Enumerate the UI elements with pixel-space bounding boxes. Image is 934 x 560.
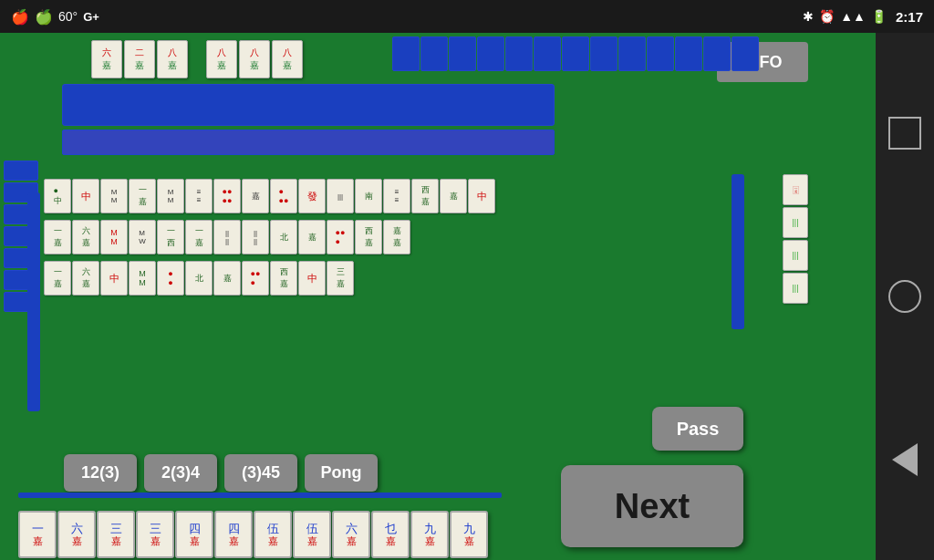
field-row-3: 一嘉 六嘉 中 MM ●● 北 嘉 ●●● 西嘉 中 三嘉 bbox=[44, 261, 354, 296]
field-tile[interactable]: 嘉 bbox=[242, 179, 269, 213]
field-row-2: 一嘉 六嘉 MM MW 一西 一嘉 |||| |||| 北 嘉 ●●● 西嘉 嘉… bbox=[44, 220, 410, 254]
field-row-1: ●中 中 MM 一嘉 MM ≡≡ ●●●● 嘉 ●●● 發 ||| 南 ≡≡ 西… bbox=[44, 179, 495, 213]
facedown-tile bbox=[505, 36, 533, 71]
status-bar: 🍎 🍏 60° G+ ✱ ⏰ ▲▲ 🔋 2:17 bbox=[0, 0, 934, 33]
player-tile[interactable]: 乜嘉 bbox=[371, 511, 410, 558]
tile[interactable]: 二嘉 bbox=[124, 40, 155, 78]
time-display: 2:17 bbox=[896, 9, 923, 25]
field-tile[interactable]: 一嘉 bbox=[129, 179, 156, 213]
player-tile[interactable]: 九嘉 bbox=[450, 511, 488, 558]
blue-block-top bbox=[62, 84, 555, 126]
field-tile[interactable]: 嘉 bbox=[440, 179, 467, 213]
field-tile[interactable]: 一嘉 bbox=[185, 220, 213, 254]
player-tile[interactable]: 三嘉 bbox=[136, 511, 174, 558]
field-tile[interactable]: ≡≡ bbox=[383, 179, 410, 213]
game-area: INFO 六嘉 二嘉 八嘉 八嘉 八嘉 八嘉 bbox=[0, 33, 876, 560]
back-icon[interactable] bbox=[892, 443, 918, 476]
field-tile[interactable]: ●●● bbox=[242, 261, 269, 296]
field-tile[interactable]: 嘉 bbox=[298, 220, 326, 254]
tile[interactable]: 八嘉 bbox=[206, 40, 237, 78]
circle-icon[interactable] bbox=[888, 280, 921, 313]
field-tile[interactable]: |||| bbox=[242, 220, 269, 254]
facedown-tile bbox=[449, 36, 476, 71]
facedown-tile bbox=[534, 36, 561, 71]
facedown-tile bbox=[675, 36, 702, 71]
action-btn-4[interactable]: Pong bbox=[305, 454, 378, 492]
field-tile[interactable]: 西嘉 bbox=[411, 179, 439, 213]
field-tile[interactable]: 西嘉 bbox=[270, 261, 297, 296]
action-btn-3[interactable]: (3)45 bbox=[224, 454, 297, 492]
tile[interactable]: 八嘉 bbox=[239, 40, 270, 78]
tile[interactable]: 六嘉 bbox=[91, 40, 122, 78]
facedown-tile bbox=[392, 36, 420, 71]
field-tile[interactable]: 一嘉 bbox=[44, 220, 71, 254]
facedown-tile bbox=[703, 36, 731, 71]
field-tile[interactable]: MM bbox=[100, 179, 128, 213]
player-tile[interactable]: 九嘉 bbox=[410, 511, 449, 558]
field-tile[interactable]: 三嘉 bbox=[327, 261, 354, 296]
apple2-icon: 🍏 bbox=[35, 8, 53, 26]
blue-block-mid bbox=[62, 130, 555, 155]
bottom-highlight bbox=[18, 493, 502, 498]
signal-icon: ▲▲ bbox=[840, 9, 866, 24]
field-tile[interactable]: ●● bbox=[157, 261, 184, 296]
player-tile[interactable]: 四嘉 bbox=[214, 511, 253, 558]
field-tile[interactable]: MM bbox=[100, 220, 128, 254]
pass-button[interactable]: Pass bbox=[652, 407, 743, 451]
field-tile[interactable]: 西嘉 bbox=[355, 220, 382, 254]
blue-bar-right bbox=[732, 174, 744, 329]
action-buttons: 12(3) 2(3)4 (3)45 Pong bbox=[64, 454, 378, 492]
opponent-right-tiles: 🀇 ||| ||| ||| bbox=[783, 174, 808, 304]
field-tile[interactable]: 中 bbox=[298, 261, 326, 296]
field-tile[interactable]: ●●● bbox=[270, 179, 297, 213]
facedown-tile bbox=[618, 36, 646, 71]
field-tile[interactable]: 中 bbox=[468, 179, 495, 213]
field-tile[interactable]: 一嘉 bbox=[44, 261, 71, 296]
opp-right-tile: 🀇 bbox=[783, 174, 808, 205]
field-tile[interactable]: ≡≡ bbox=[185, 179, 213, 213]
player-tile[interactable]: 三嘉 bbox=[97, 511, 135, 558]
field-tile[interactable]: MW bbox=[129, 220, 156, 254]
field-tile[interactable]: 北 bbox=[270, 220, 297, 254]
alarm-icon: ⏰ bbox=[819, 9, 835, 24]
field-tile[interactable]: 嘉嘉 bbox=[383, 220, 410, 254]
player-tile[interactable]: 伍嘉 bbox=[254, 511, 292, 558]
tile[interactable]: 八嘉 bbox=[272, 40, 303, 78]
field-tile[interactable]: 中 bbox=[100, 261, 128, 296]
field-tile[interactable]: ●●● bbox=[327, 220, 354, 254]
player-tile[interactable]: 伍嘉 bbox=[293, 511, 331, 558]
bluetooth-icon: ✱ bbox=[803, 9, 814, 24]
field-tile[interactable]: 六嘉 bbox=[72, 220, 99, 254]
field-tile[interactable]: ●●●● bbox=[213, 179, 241, 213]
field-tile[interactable]: ||| bbox=[327, 179, 354, 213]
tile[interactable]: 八嘉 bbox=[157, 40, 188, 78]
player-tile[interactable]: 六嘉 bbox=[57, 511, 96, 558]
square-icon[interactable] bbox=[888, 117, 921, 150]
action-btn-1[interactable]: 12(3) bbox=[64, 454, 137, 492]
field-tile[interactable]: 嘉 bbox=[213, 261, 241, 296]
field-tile[interactable]: 北 bbox=[185, 261, 213, 296]
facedown-tile bbox=[420, 36, 448, 71]
top-set-2: 八嘉 八嘉 八嘉 bbox=[206, 40, 303, 78]
next-button[interactable]: Next bbox=[561, 465, 743, 547]
field-tile[interactable]: 南 bbox=[355, 179, 382, 213]
field-tile[interactable]: 一西 bbox=[157, 220, 184, 254]
field-tile[interactable]: MM bbox=[157, 179, 184, 213]
temperature: 60° bbox=[58, 9, 78, 24]
facedown-tile bbox=[4, 161, 38, 181]
player-hand-tiles: 一嘉 六嘉 三嘉 三嘉 四嘉 四嘉 伍嘉 伍嘉 六嘉 乜嘉 九嘉 九嘉 bbox=[18, 511, 488, 558]
field-tile[interactable]: 六嘉 bbox=[72, 261, 99, 296]
battery-icon: 🔋 bbox=[871, 9, 887, 24]
field-tile[interactable]: ●中 bbox=[44, 179, 71, 213]
facedown-tile bbox=[732, 36, 759, 71]
field-tile[interactable]: 發 bbox=[298, 179, 326, 213]
field-tile[interactable]: |||| bbox=[213, 220, 241, 254]
facedown-tile bbox=[590, 36, 617, 71]
action-btn-2[interactable]: 2(3)4 bbox=[144, 454, 217, 492]
gplus-icon: G+ bbox=[83, 10, 99, 24]
player-tile[interactable]: 四嘉 bbox=[175, 511, 213, 558]
player-tile[interactable]: 一嘉 bbox=[18, 511, 57, 558]
player-tile[interactable]: 六嘉 bbox=[332, 511, 370, 558]
field-tile[interactable]: 中 bbox=[72, 179, 99, 213]
field-tile[interactable]: MM bbox=[129, 261, 156, 296]
